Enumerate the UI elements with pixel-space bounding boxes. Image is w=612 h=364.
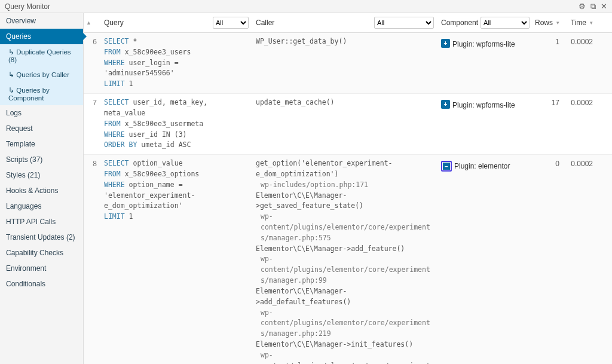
app-title: Query Monitor	[5, 2, 50, 11]
sidebar-item[interactable]: Queries	[0, 29, 83, 44]
table-header-row: ▲ Query All Caller All Component All	[84, 13, 612, 33]
component-label: Plugin: elementor	[454, 158, 510, 170]
query-cell: SELECT option_valueFROM x_58c90ee3_optio…	[100, 155, 252, 364]
row-number: 8	[84, 155, 100, 364]
query-cell: SELECT user_id, meta_key, meta_valueFROM…	[100, 94, 252, 154]
sidebar-item[interactable]: Hooks & Actions	[0, 183, 83, 198]
rows-cell: 0	[533, 155, 562, 364]
column-header-rows[interactable]: Rows▾	[533, 13, 562, 32]
query-header-label: Query	[104, 19, 124, 27]
row-number: 7	[84, 94, 100, 154]
sidebar-item[interactable]: Template	[0, 136, 83, 152]
time-cell: 0.0002	[562, 94, 598, 154]
sidebar-item[interactable]: Overview	[0, 13, 83, 29]
sidebar-item[interactable]: Scripts (37)	[0, 152, 83, 167]
row-number: 6	[84, 33, 100, 93]
caller-cell: update_meta_cache()	[252, 94, 437, 154]
expand-icon[interactable]: ⧉	[590, 2, 596, 11]
query-cell: SELECT *FROM x_58c90ee3_usersWHERE user_…	[100, 33, 252, 93]
column-header-query: Query All	[100, 13, 252, 32]
sidebar-item[interactable]: ↳ Duplicate Queries (8)	[0, 44, 83, 67]
sort-asc-icon: ▲	[86, 20, 91, 26]
close-icon[interactable]: ✕	[601, 2, 607, 11]
caller-header-label: Caller	[256, 19, 274, 27]
component-filter-select[interactable]: All	[481, 17, 530, 29]
sidebar-item[interactable]: ↳ Queries by Caller	[0, 67, 83, 82]
sidebar-item[interactable]: Capability Checks	[0, 245, 83, 261]
collapse-icon[interactable]: −	[441, 161, 452, 172]
table-row: 6SELECT *FROM x_58c90ee3_usersWHERE user…	[84, 33, 612, 94]
sidebar: OverviewQueries↳ Duplicate Queries (8)↳ …	[0, 13, 84, 364]
sidebar-item[interactable]: Environment	[0, 261, 83, 276]
component-label: Plugin: wpforms-lite	[452, 36, 515, 48]
rows-header-label: Rows	[535, 19, 553, 27]
sidebar-item[interactable]: Languages	[0, 198, 83, 214]
sidebar-item[interactable]: HTTP API Calls	[0, 214, 83, 230]
titlebar: Query Monitor ⚙ ⧉ ✕	[0, 0, 612, 13]
column-header-time[interactable]: Time▾	[562, 13, 598, 32]
sort-icon: ▾	[556, 20, 559, 26]
expand-icon[interactable]: +	[441, 39, 450, 48]
gear-icon[interactable]: ⚙	[579, 2, 586, 11]
sort-icon: ▾	[590, 20, 593, 26]
expand-icon[interactable]: +	[441, 100, 450, 109]
window-controls: ⚙ ⧉ ✕	[579, 2, 607, 11]
sidebar-item[interactable]: Styles (21)	[0, 167, 83, 183]
sidebar-item[interactable]: Logs	[0, 105, 83, 121]
sidebar-item[interactable]: ↳ Queries by Component	[0, 82, 83, 105]
rows-cell: 1	[533, 33, 562, 93]
component-label: Plugin: wpforms-lite	[452, 97, 515, 109]
rows-cell: 17	[533, 94, 562, 154]
sidebar-item[interactable]: Request	[0, 121, 83, 136]
caller-cell: get_option('elementor_experiment-e_dom_o…	[252, 155, 437, 364]
table-row: 7SELECT user_id, meta_key, meta_valueFRO…	[84, 94, 612, 155]
sidebar-item[interactable]: Transient Updates (2)	[0, 230, 83, 245]
time-cell: 0.0002	[562, 155, 598, 364]
sidebar-item[interactable]: Conditionals	[0, 276, 83, 292]
time-header-label: Time	[571, 19, 586, 27]
component-cell: −Plugin: elementor	[437, 155, 533, 364]
content-area: ▲ Query All Caller All Component All	[84, 13, 612, 364]
column-header-num[interactable]: ▲	[84, 13, 100, 32]
component-cell: +Plugin: wpforms-lite	[437, 33, 533, 93]
column-header-caller: Caller All	[252, 13, 437, 32]
component-cell: +Plugin: wpforms-lite	[437, 94, 533, 154]
caller-cell: WP_User::get_data_by()	[252, 33, 437, 93]
caller-filter-select[interactable]: All	[374, 17, 434, 29]
component-header-label: Component	[441, 19, 478, 27]
time-cell: 0.0002	[562, 33, 598, 93]
query-filter-select[interactable]: All	[213, 17, 249, 29]
table-row: 8SELECT option_valueFROM x_58c90ee3_opti…	[84, 155, 612, 364]
column-header-component: Component All	[437, 13, 533, 32]
